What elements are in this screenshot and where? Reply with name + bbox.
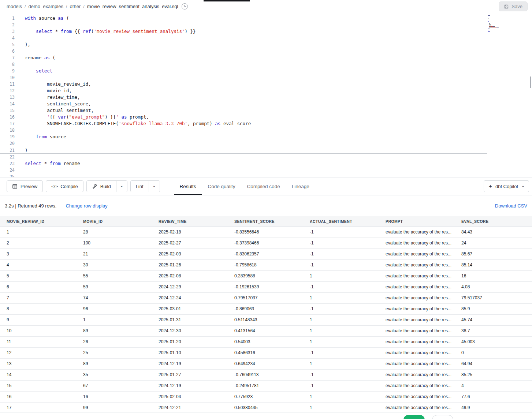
line-number: 19 (0, 134, 15, 140)
download-csv-link[interactable]: Download CSV (495, 203, 527, 209)
editor-scrollbar[interactable] (530, 76, 531, 88)
cell-prompt: evaluate the accuracy of the res...› (379, 303, 455, 314)
minimap[interactable] (488, 15, 531, 34)
build-options-button[interactable]: ⌄ (116, 181, 127, 192)
code-line[interactable]: 2 (0, 22, 532, 28)
code-line[interactable]: 5), (0, 41, 532, 48)
prompt-preview: evaluate the accuracy of the res... (386, 306, 451, 311)
code-text (15, 74, 25, 81)
bottom-primary-button[interactable] (403, 415, 425, 419)
breadcrumb-segment[interactable]: movie_review_sentiment_analysis_eval.sql (87, 4, 178, 9)
code-line[interactable]: 20 (0, 140, 532, 147)
column-header-sentiment_score: SENTIMENT_SCORE (228, 216, 303, 227)
code-icon: </> (51, 184, 57, 189)
save-icon (504, 4, 509, 9)
code-line[interactable]: 9 select (0, 68, 532, 74)
bottom-secondary-button[interactable] (432, 415, 453, 419)
compile-button[interactable]: </> Compile (46, 180, 83, 192)
line-number: 18 (0, 127, 15, 134)
cell-prompt: evaluate the accuracy of the res...› (379, 259, 455, 270)
cell-movie_id: 55 (77, 270, 152, 281)
minimap-line (488, 31, 531, 31)
code-line[interactable]: 10 (0, 74, 532, 81)
lint-button[interactable]: Lint (131, 181, 149, 192)
code-text: select * from {{ ref('movie_review_senti… (15, 28, 196, 35)
code-line[interactable]: 15 actual_sentiment, (0, 107, 532, 114)
lint-label: Lint (136, 184, 144, 189)
breadcrumb-segment[interactable]: demo_examples (29, 4, 63, 9)
tab-results[interactable]: Results (174, 177, 202, 195)
cell-movie_review_id: 7 (0, 292, 77, 303)
prompt-preview: evaluate the accuracy of the res... (386, 328, 451, 333)
table-row: 12252025-01-100.4586316-1evaluate the ac… (0, 347, 532, 358)
tab-lineage[interactable]: Lineage (286, 177, 315, 195)
line-number: 3 (0, 28, 15, 35)
breadcrumb-segment[interactable]: models (7, 4, 22, 9)
cell-movie_review_id: 17 (0, 402, 77, 412)
table-row: 4302025-01-26-0.7958618-1evaluate the ac… (0, 259, 532, 270)
cell-sentiment_score: -0.869063 (228, 303, 303, 314)
code-text: SNOWFLAKE.CORTEX.COMPLETE('snowflake-lla… (15, 120, 251, 127)
tab-compiled-code[interactable]: Compiled code (241, 177, 286, 195)
dbt-cloud-ide: models/demo_examples/other/movie_review_… (0, 0, 532, 419)
code-line[interactable]: 14 sentiment_score, (0, 101, 532, 107)
table-row: 8962025-03-01-0.869063-1evaluate the acc… (0, 303, 532, 314)
prompt-preview: evaluate the accuracy of the res... (386, 372, 451, 377)
cell-movie_id: 1 (77, 314, 152, 325)
copilot-label: dbt Copilot (495, 184, 518, 189)
cell-eval_score: 16 (455, 270, 532, 281)
code-line[interactable]: 11 movie_review_id, (0, 81, 532, 87)
code-line[interactable]: 8 (0, 61, 532, 68)
code-line[interactable]: 25 (0, 173, 532, 177)
code-line[interactable]: 1with source as ( (0, 15, 532, 22)
code-line[interactable]: 4 (0, 35, 532, 41)
code-line[interactable]: 23select * from rename (0, 160, 532, 167)
code-line[interactable]: 18 (0, 127, 532, 134)
cell-eval_score: 4 (455, 380, 532, 391)
build-button[interactable]: Build (87, 181, 116, 192)
cell-eval_score: 79.517037 (455, 292, 532, 303)
cell-movie_review_id: 2 (0, 237, 77, 248)
cell-prompt: evaluate the accuracy of the res...› (379, 248, 455, 259)
cell-movie_id: 35 (77, 369, 152, 380)
breadcrumb-segment[interactable]: other (70, 4, 81, 9)
code-line[interactable]: 21) (0, 147, 487, 154)
lint-options-button[interactable]: ⌄ (149, 181, 160, 192)
chevron-down-icon: ⌄ (521, 183, 525, 188)
line-number: 16 (0, 114, 15, 120)
cell-eval_score: 64.94 (455, 358, 532, 369)
line-number: 15 (0, 107, 15, 114)
code-editor[interactable]: 1with source as (23 select * from {{ ref… (0, 14, 532, 177)
build-split-button: Build ⌄ (86, 180, 127, 192)
code-text: with source as ( (15, 15, 69, 22)
code-line[interactable]: 6 (0, 48, 532, 55)
code-line[interactable]: 3 select * from {{ ref('movie_review_sen… (0, 28, 532, 35)
preview-label: Preview (21, 184, 37, 189)
dbt-copilot-button[interactable]: ✦ dbt Copilot ⌄ (484, 180, 529, 192)
code-line[interactable]: 19 from source (0, 134, 532, 140)
cell-prompt: evaluate the accuracy of the res...› (379, 391, 455, 402)
preview-button[interactable]: Preview (7, 180, 43, 192)
cell-eval_score: 85.67 (455, 248, 532, 259)
code-line[interactable]: 12 movie_id, (0, 87, 532, 94)
tab-code-quality[interactable]: Code quality (202, 177, 241, 195)
change-row-display-link[interactable]: Change row display (66, 203, 107, 209)
code-line[interactable]: 17 SNOWFLAKE.CORTEX.COMPLETE('snowflake-… (0, 120, 532, 127)
cell-review_time: 2024-12-29 (152, 281, 228, 292)
code-text: ), (15, 41, 30, 48)
code-line[interactable]: 7rename as ( (0, 55, 532, 61)
minimap-line (488, 19, 531, 19)
cell-review_time: 2025-02-08 (152, 270, 228, 281)
code-line[interactable]: 22 (0, 154, 532, 160)
prompt-preview: evaluate the accuracy of the res... (386, 251, 451, 257)
save-button[interactable]: Save (499, 1, 528, 11)
cell-actual_sentiment: 1 (303, 336, 379, 347)
code-line[interactable]: 13 review_time, (0, 94, 532, 101)
code-line[interactable]: 24 (0, 167, 532, 173)
code-line[interactable]: 16 '{{ var("eval_prompt") }}' as prompt, (0, 114, 532, 120)
cell-movie_id: 30 (77, 259, 152, 270)
cell-sentiment_score: 0.54003 (228, 336, 303, 347)
cell-actual_sentiment: 1 (303, 402, 379, 412)
code-text: '{{ var("eval_prompt") }}' as prompt, (15, 114, 149, 120)
cell-movie_review_id: 13 (0, 358, 77, 369)
